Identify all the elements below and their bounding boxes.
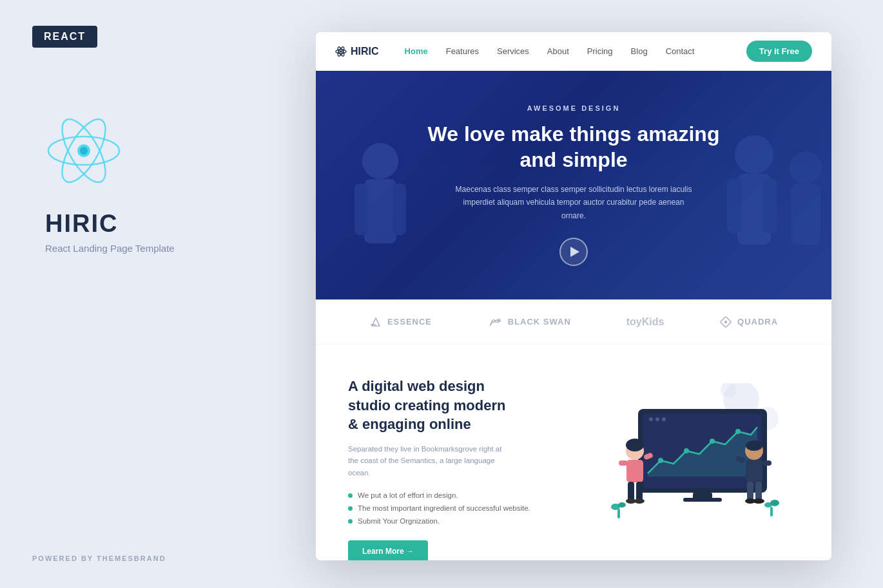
svg-rect-41	[626, 460, 643, 482]
nav-pricing[interactable]: Pricing	[587, 46, 613, 56]
nav-links: Home Features Services About Pricing Blo…	[405, 46, 746, 56]
brands-section: ESSENCE BLACK SWAN toyKids QUADRA	[316, 299, 831, 345]
react-logo	[45, 112, 122, 192]
svg-rect-45	[636, 482, 643, 501]
svg-rect-52	[762, 460, 771, 466]
svg-rect-38	[683, 498, 722, 502]
brand-quadra: QUADRA	[719, 316, 778, 328]
svg-rect-42	[619, 460, 628, 466]
brand-essence: ESSENCE	[369, 316, 432, 328]
react-badge: REACT	[32, 26, 97, 48]
blackswan-icon	[487, 316, 503, 328]
svg-point-17	[790, 151, 822, 184]
hero-title: We love make things amazing and simple	[412, 121, 735, 173]
svg-rect-12	[393, 184, 406, 235]
features-svg	[599, 383, 786, 518]
svg-point-49	[746, 441, 762, 451]
svg-point-35	[710, 439, 715, 444]
hero-tag: AWESOME DESIGN	[412, 104, 735, 112]
browser-mockup: HIRIC Home Features Services About Prici…	[316, 32, 831, 560]
svg-rect-11	[354, 184, 367, 235]
svg-point-9	[362, 143, 398, 179]
bullet-dot	[348, 493, 353, 498]
features-list: We put a lot of effort in design. The mo…	[348, 491, 561, 525]
brand-toykids: toyKids	[626, 316, 665, 328]
essence-label: ESSENCE	[387, 317, 432, 327]
svg-rect-18	[791, 184, 820, 245]
powered-by: POWERED BY THEMESBRAND	[32, 555, 166, 562]
list-item: The most important ingredient of success…	[348, 504, 561, 512]
svg-rect-44	[628, 482, 634, 501]
app-subtitle: React Landing Page Template	[45, 243, 175, 254]
svg-point-29	[649, 417, 653, 421]
svg-point-30	[655, 417, 659, 421]
svg-point-13	[735, 135, 773, 174]
list-item: We put a lot of effort in design.	[348, 491, 561, 499]
svg-rect-57	[617, 509, 620, 518]
bullet-dot	[348, 519, 353, 524]
features-section: A digital web design studio creating mod…	[316, 345, 831, 560]
list-item: Submit Your Orgnization.	[348, 517, 561, 525]
svg-point-34	[684, 448, 689, 453]
toykids-label: toyKids	[626, 316, 665, 328]
quadra-icon	[719, 316, 732, 328]
svg-point-40	[626, 439, 644, 451]
svg-rect-50	[746, 460, 762, 482]
svg-point-36	[735, 429, 741, 434]
nav-logo-text: HIRIC	[351, 46, 379, 57]
svg-point-23	[724, 321, 727, 323]
nav-logo: HIRIC	[335, 46, 379, 57]
try-free-button[interactable]: Try it Free	[746, 41, 812, 62]
quadra-label: QUADRA	[737, 317, 778, 327]
navbar: HIRIC Home Features Services About Prici…	[316, 32, 831, 71]
hero-play-button[interactable]	[559, 238, 588, 266]
hero-content: AWESOME DESIGN We love make things amazi…	[412, 104, 735, 266]
features-title: A digital web design studio creating mod…	[348, 377, 516, 434]
left-panel: REACT HIRIC React Landing Page Template …	[0, 0, 296, 588]
svg-point-56	[753, 498, 764, 504]
app-title: HIRIC	[45, 210, 118, 238]
svg-rect-16	[763, 178, 777, 233]
brand-blackswan: BLACK SWAN	[487, 316, 571, 328]
svg-point-4	[80, 147, 88, 155]
nav-services[interactable]: Services	[497, 46, 529, 56]
svg-rect-60	[770, 507, 773, 517]
svg-point-8	[340, 50, 342, 53]
svg-point-31	[662, 417, 666, 421]
nav-blog[interactable]: Blog	[631, 46, 648, 56]
svg-point-33	[658, 458, 663, 463]
play-icon	[570, 247, 579, 257]
blackswan-label: BLACK SWAN	[508, 317, 571, 327]
nav-home[interactable]: Home	[405, 46, 428, 56]
hero-section: AWESOME DESIGN We love make things amazi…	[316, 71, 831, 299]
svg-point-62	[770, 500, 779, 506]
features-text: A digital web design studio creating mod…	[348, 377, 561, 560]
svg-point-47	[634, 498, 645, 504]
svg-rect-53	[747, 482, 753, 501]
nav-contact[interactable]: Contact	[666, 46, 695, 56]
hero-description: Maecenas class semper class semper solli…	[451, 183, 696, 222]
nav-features[interactable]: Features	[446, 46, 479, 56]
features-description: Separated they live in Bookmarksgrove ri…	[348, 443, 503, 479]
essence-icon	[369, 316, 382, 328]
features-illustration	[587, 377, 799, 518]
svg-point-59	[618, 502, 626, 507]
nav-about[interactable]: About	[547, 46, 569, 56]
svg-rect-10	[364, 179, 396, 243]
bullet-dot	[348, 506, 353, 511]
svg-rect-54	[755, 482, 762, 501]
learn-more-button[interactable]: Learn More →	[348, 540, 428, 560]
